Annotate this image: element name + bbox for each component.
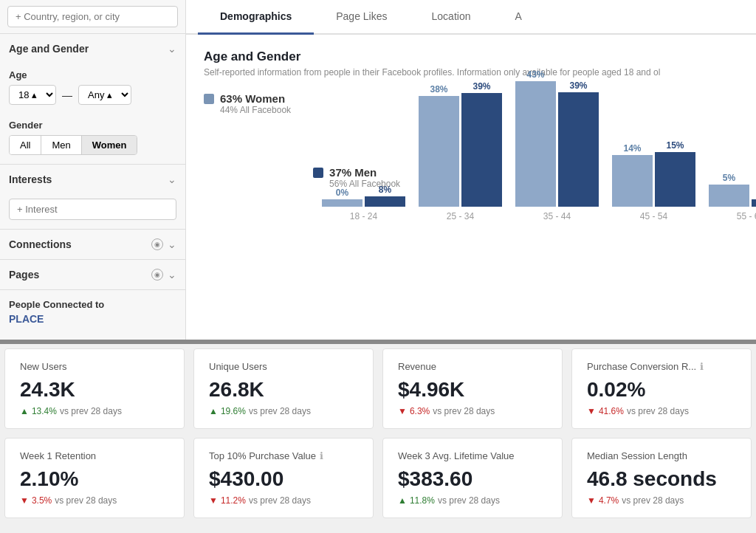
place-link[interactable]: PLACE: [9, 313, 44, 325]
women-bar-value: 5%: [723, 173, 735, 183]
metric-arrow-icon: ▼: [209, 495, 218, 506]
gender-men-button[interactable]: Men: [41, 136, 81, 154]
metric-label: Top 10% Purchase Valueℹ: [209, 450, 358, 461]
people-connected-title: People Connected to: [9, 299, 176, 310]
metric-label: Unique Users: [209, 361, 358, 372]
metric-value: 0.02%: [587, 378, 736, 402]
metric-card: New Users24.3K▲ 13.4% vs prev 28 days: [4, 348, 185, 429]
men-bar-value: 8%: [379, 185, 391, 195]
bar-axis-label: 25 - 34: [447, 211, 474, 221]
metric-value: 24.3K: [20, 378, 169, 402]
location-search-input[interactable]: [7, 6, 178, 27]
metric-label: Week 1 Retention: [20, 450, 169, 461]
metric-change-text: 19.6%: [221, 406, 246, 416]
women-bar-value: 38%: [430, 84, 447, 94]
metric-change-text: 41.6%: [599, 406, 624, 416]
bar-group: 0%8%18 - 24: [322, 185, 405, 221]
metric-label: Median Session Length: [587, 450, 736, 461]
bar-group: 5%0%55 - 64: [709, 170, 756, 221]
men-bar-rect: [365, 196, 405, 207]
metric-change-text: 11.2%: [221, 495, 246, 506]
metric-value: $4.96K: [398, 378, 547, 402]
women-bar-value: 0%: [336, 188, 348, 198]
metric-change-suffix: vs prev 28 days: [249, 406, 311, 416]
connections-info-icon[interactable]: ◉: [151, 238, 163, 250]
pages-title: Pages: [9, 269, 39, 281]
metric-change: ▲ 19.6% vs prev 28 days: [209, 406, 358, 416]
bar-group: 38%39%25 - 34: [419, 81, 502, 221]
age-label: Age: [9, 69, 176, 80]
men-bar-rect: [558, 92, 599, 207]
gender-button-group: All Men Women: [9, 135, 137, 155]
metric-change-text: 11.8%: [410, 495, 435, 506]
gender-all-button[interactable]: All: [10, 136, 41, 154]
gender-women-button[interactable]: Women: [82, 136, 137, 154]
pages-chevron-icon: ⌄: [168, 269, 176, 281]
metric-label: Week 3 Avg. Lifetime Value: [398, 450, 547, 461]
tab-extra[interactable]: A: [492, 0, 543, 35]
metric-label: Revenue: [398, 361, 547, 372]
metrics-row-2: Week 1 Retention2.10%▼ 3.5% vs prev 28 d…: [0, 433, 756, 523]
info-icon: ℹ: [700, 361, 704, 372]
metric-change-text: 4.7%: [599, 495, 619, 506]
age-gender-section-header[interactable]: Age and Gender ⌄: [0, 34, 185, 63]
women-bar-rect: [612, 155, 653, 207]
metric-change-suffix: vs prev 28 days: [622, 495, 684, 506]
bar-axis-label: 35 - 44: [543, 211, 571, 221]
women-bar-rect: [709, 185, 749, 207]
metric-value: 46.8 seconds: [587, 467, 736, 491]
pages-section-header[interactable]: Pages ◉ ⌄: [0, 260, 185, 289]
metric-value: 26.8K: [209, 378, 358, 402]
bar-pair: 0%8%: [322, 185, 405, 207]
bar-axis-label: 18 - 24: [350, 211, 377, 221]
metric-change-suffix: vs prev 28 days: [60, 406, 122, 416]
metric-arrow-icon: ▼: [587, 406, 596, 416]
metric-change: ▼ 6.3% vs prev 28 days: [398, 406, 547, 416]
men-bar-value: 15%: [666, 140, 684, 151]
women-bar-rect: [515, 81, 556, 207]
tab-demographics[interactable]: Demographics: [198, 0, 314, 35]
interest-input[interactable]: [9, 199, 176, 220]
bar-pair: 38%39%: [419, 81, 502, 207]
bar-axis-label: 45 - 54: [640, 211, 667, 221]
metrics-grid: New Users24.3K▲ 13.4% vs prev 28 daysUni…: [0, 344, 756, 523]
pages-info-icon[interactable]: ◉: [151, 269, 163, 281]
women-bar-rect: [419, 96, 459, 207]
metric-label: Purchase Conversion R...ℹ: [587, 361, 736, 372]
metric-value: $430.00: [209, 467, 358, 491]
metric-change: ▼ 11.2% vs prev 28 days: [209, 495, 358, 506]
metric-change-suffix: vs prev 28 days: [55, 495, 117, 506]
connections-section-header[interactable]: Connections ◉ ⌄: [0, 230, 185, 259]
metric-value: 2.10%: [20, 467, 169, 491]
metric-arrow-icon: ▼: [587, 495, 596, 506]
bar-axis-label: 55 - 64: [737, 211, 756, 221]
metric-card: Revenue$4.96K▼ 6.3% vs prev 28 days: [382, 348, 563, 429]
metric-change-suffix: vs prev 28 days: [433, 406, 495, 416]
age-to-select[interactable]: Any ▴: [78, 85, 131, 105]
tab-location[interactable]: Location: [410, 0, 493, 35]
age-from-select[interactable]: 18 ▴: [9, 85, 56, 105]
gender-label: Gender: [9, 120, 176, 131]
metric-change-text: 3.5%: [32, 495, 52, 506]
metric-change-text: 13.4%: [32, 406, 57, 416]
metric-arrow-icon: ▼: [398, 406, 407, 416]
metric-change: ▼ 41.6% vs prev 28 days: [587, 406, 736, 416]
metric-change-text: 6.3%: [410, 406, 430, 416]
metric-arrow-icon: ▼: [20, 495, 29, 506]
metric-card: Median Session Length46.8 seconds▼ 4.7% …: [571, 438, 752, 518]
women-bar-value: 14%: [623, 143, 641, 154]
men-bar-rect: [752, 199, 756, 207]
tab-page-likes[interactable]: Page Likes: [314, 0, 409, 35]
bar-pair: 43%39%: [515, 66, 599, 207]
interests-section-header[interactable]: Interests ⌄: [0, 165, 185, 194]
tab-bar: Demographics Page Likes Location A: [186, 0, 756, 35]
metric-value: $383.60: [398, 467, 547, 491]
metric-change-suffix: vs prev 28 days: [627, 406, 689, 416]
bar-chart: 0%8%18 - 2438%39%25 - 3443%39%35 - 4414%…: [322, 66, 756, 236]
men-pct-label: 37% Men: [329, 166, 377, 179]
women-pct-label: 63% Women: [220, 92, 285, 105]
women-legend: 63% Women 44% All Facebook: [204, 92, 291, 189]
metric-change: ▼ 4.7% vs prev 28 days: [587, 495, 736, 506]
connections-title: Connections: [9, 238, 72, 250]
bar-group: 43%39%35 - 44: [515, 66, 599, 221]
